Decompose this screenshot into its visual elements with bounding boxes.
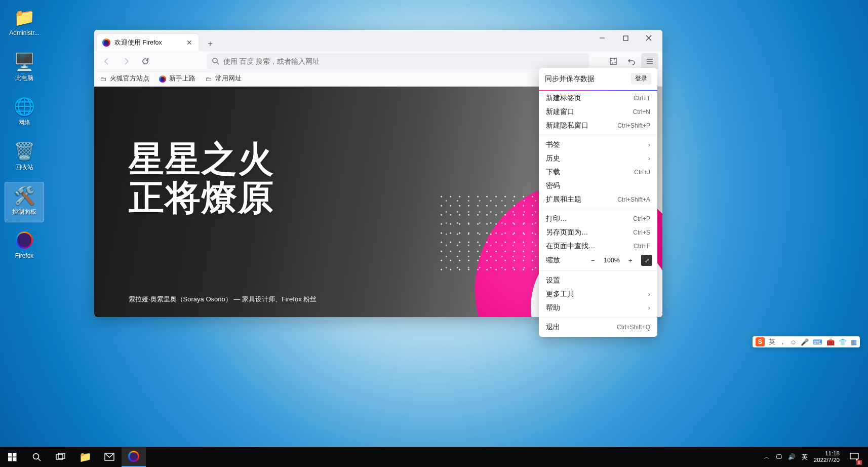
chevron-right-icon: › xyxy=(648,290,650,298)
mic-icon[interactable]: 🎤 xyxy=(801,338,809,346)
skin-icon[interactable]: 👕 xyxy=(839,338,847,346)
tray-ime-indicator[interactable]: 英 xyxy=(802,453,808,461)
svg-rect-13 xyxy=(13,457,17,461)
ime-lang-indicator[interactable]: 英 xyxy=(769,337,775,346)
menu-item[interactable]: 扩展和主题Ctrl+Shift+A xyxy=(539,192,657,206)
file-explorer-button[interactable]: 📁 xyxy=(73,447,97,467)
folder-icon: 🗀 xyxy=(205,75,213,83)
menu-item[interactable]: 新建窗口Ctrl+N xyxy=(539,105,657,119)
menu-item-label: 新建标签页 xyxy=(546,94,581,103)
menu-item-label: 帮助 xyxy=(546,303,560,313)
svg-line-5 xyxy=(217,62,219,64)
desktop-icon-firefox[interactable]: Firefox xyxy=(5,227,44,266)
tray-chevron-icon[interactable]: ︿ xyxy=(764,453,770,461)
tray-display-icon[interactable]: 🖵 xyxy=(776,453,782,460)
login-button[interactable]: 登录 xyxy=(631,73,651,85)
window-maximize-button[interactable] xyxy=(614,30,637,46)
menu-item-shortcut: Ctrl+N xyxy=(633,108,650,115)
menu-item-label: 设置 xyxy=(546,276,560,285)
url-input[interactable] xyxy=(223,57,584,65)
keyboard-icon[interactable]: ⌨ xyxy=(813,338,822,346)
menu-item[interactable]: 更多工具› xyxy=(539,287,657,301)
fullscreen-button[interactable]: ⤢ xyxy=(641,255,652,266)
hero-line-1: 星星之火 xyxy=(129,140,274,179)
menu-sync-row[interactable]: 同步并保存数据 登录 xyxy=(539,68,657,90)
undo-button[interactable] xyxy=(623,53,640,69)
desktop-icon-admin[interactable]: 📁 Administr... xyxy=(5,4,44,44)
new-tab-button[interactable]: ＋ xyxy=(203,36,218,51)
window-controls xyxy=(590,30,660,51)
menu-separator xyxy=(539,135,657,135)
notifications-button[interactable]: 8 xyxy=(846,447,863,467)
menu-item[interactable]: 新建隐私窗口Ctrl+Shift+P xyxy=(539,119,657,132)
emoji-icon[interactable]: ☺ xyxy=(790,338,797,346)
menu-item[interactable]: 书签› xyxy=(539,138,657,151)
bookmark-item[interactable]: 新手上路 xyxy=(159,74,195,83)
taskbar: 📁 ︿ 🖵 🔊 英 11:18 2022/7/20 8 xyxy=(0,447,868,467)
desktop-icon-label: Firefox xyxy=(15,252,34,259)
menu-separator xyxy=(539,209,657,209)
menu-item[interactable]: 下载Ctrl+J xyxy=(539,165,657,179)
folder-icon: 🗀 xyxy=(99,75,107,83)
desktop-icon-label: 此电脑 xyxy=(15,74,33,83)
grid-icon[interactable]: ▦ xyxy=(851,338,857,346)
menu-item-label: 书签 xyxy=(546,140,560,149)
zoom-value: 100% xyxy=(602,257,622,264)
zoom-out-button[interactable]: − xyxy=(587,255,599,266)
ime-toolbar[interactable]: S 英 ， ☺ 🎤 ⌨ 🧰 👕 ▦ xyxy=(753,336,860,347)
menu-item-shortcut: Ctrl+P xyxy=(633,215,650,222)
start-button[interactable] xyxy=(0,447,24,467)
firefox-taskbar-button[interactable] xyxy=(122,447,146,467)
desktop-icon-network[interactable]: 🌐 网络 xyxy=(5,93,44,133)
firefox-icon xyxy=(159,75,167,83)
menu-item[interactable]: 历史› xyxy=(539,151,657,165)
desktop-icon-recycle[interactable]: 🗑️ 回收站 xyxy=(5,138,44,177)
tray-volume-icon[interactable]: 🔊 xyxy=(788,453,796,460)
menu-item[interactable]: 帮助› xyxy=(539,301,657,315)
menu-item-label: 在页面中查找… xyxy=(546,242,596,251)
firefox-icon xyxy=(102,38,110,47)
back-button[interactable] xyxy=(98,53,115,69)
desktop-icon-pc[interactable]: 🖥️ 此电脑 xyxy=(5,49,44,88)
menu-item-shortcut: Ctrl+S xyxy=(633,229,650,236)
menu-item[interactable]: 打印…Ctrl+P xyxy=(539,212,657,225)
system-tray: ︿ 🖵 🔊 英 11:18 2022/7/20 8 xyxy=(764,447,868,467)
svg-rect-1 xyxy=(623,36,628,41)
forward-button[interactable] xyxy=(117,53,135,69)
svg-rect-6 xyxy=(610,58,616,64)
menu-item[interactable]: 密码 xyxy=(539,179,657,192)
zoom-in-button[interactable]: + xyxy=(625,255,636,266)
bookmark-item[interactable]: 🗀 火狐官方站点 xyxy=(99,74,149,83)
menu-item-label: 下载 xyxy=(546,168,560,177)
desktop-icon-control[interactable]: 🛠️ 控制面板 xyxy=(5,182,44,222)
menu-item-label: 新建窗口 xyxy=(546,107,574,116)
menu-item[interactable]: 新建标签页Ctrl+T xyxy=(539,91,657,105)
task-view-button[interactable] xyxy=(49,447,73,467)
desktop-icon-label: Administr... xyxy=(9,29,39,36)
tab-close-button[interactable]: ✕ xyxy=(185,38,193,47)
app-menu-button[interactable] xyxy=(641,53,658,69)
chevron-right-icon: › xyxy=(648,141,650,148)
search-icon xyxy=(212,57,219,65)
menu-item[interactable]: 退出Ctrl+Shift+Q xyxy=(539,320,657,334)
menu-item-shortcut: Ctrl+Shift+P xyxy=(617,122,650,129)
mail-button[interactable] xyxy=(97,447,122,467)
pc-icon: 🖥️ xyxy=(13,51,35,73)
network-icon: 🌐 xyxy=(13,95,35,118)
tray-clock[interactable]: 11:18 2022/7/20 xyxy=(814,450,840,463)
menu-item[interactable]: 在页面中查找…Ctrl+F xyxy=(539,239,657,253)
window-minimize-button[interactable] xyxy=(590,30,614,46)
ime-punct-indicator[interactable]: ， xyxy=(779,337,786,346)
menu-item[interactable]: 另存页面为…Ctrl+S xyxy=(539,225,657,239)
tab-active[interactable]: 欢迎使用 Firefox ✕ xyxy=(97,34,199,51)
menu-item[interactable]: 设置 xyxy=(539,274,657,287)
search-button[interactable] xyxy=(24,447,49,467)
toolbox-icon[interactable]: 🧰 xyxy=(826,338,835,346)
bookmark-item[interactable]: 🗀 常用网址 xyxy=(205,74,242,83)
screenshot-button[interactable] xyxy=(605,53,622,69)
url-bar[interactable] xyxy=(207,53,589,69)
notification-badge: 8 xyxy=(856,460,862,465)
reload-button[interactable] xyxy=(137,53,154,69)
hero-text: 星星之火 正将燎原 xyxy=(129,140,274,217)
window-close-button[interactable] xyxy=(637,30,660,46)
